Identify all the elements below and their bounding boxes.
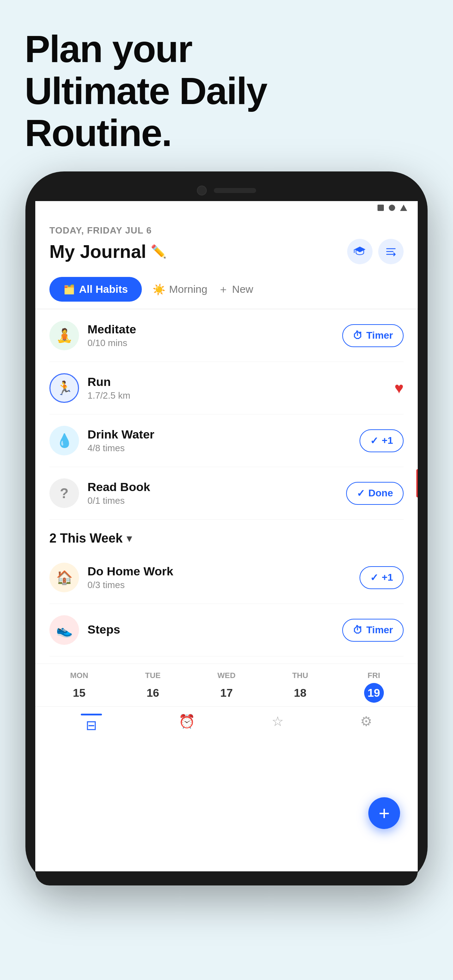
- all-habits-icon: 🗂️: [64, 284, 75, 295]
- bottom-nav: ⊟ ⏰ ☆ ⚙: [35, 706, 418, 744]
- checkmark-icon: ✓: [370, 435, 378, 447]
- nav-clock[interactable]: ⏰: [178, 714, 195, 733]
- water-info: Drink Water 4/8 times: [87, 428, 351, 453]
- hero-line-2: Ultimate Daily: [25, 70, 428, 112]
- nav-active-indicator: [81, 714, 102, 716]
- header-row: My Journal ✏️: [49, 239, 404, 264]
- settings-nav-icon: ⚙: [360, 714, 372, 729]
- edit-icon[interactable]: ✏️: [151, 244, 167, 259]
- phone-screen: TODAY, FRIDAY JUL 6 My Journal ✏️: [35, 201, 418, 871]
- book-icon: ?: [49, 478, 79, 508]
- sort-button[interactable]: [378, 239, 404, 264]
- new-plus-icon: ＋: [218, 282, 229, 297]
- habit-item-meditate: 🧘 Meditate 0/10 mins ⏱ Timer: [49, 309, 404, 362]
- habit-item-read-book: ? Read Book 0/1 times ✓ Done: [49, 467, 404, 520]
- timer-button[interactable]: ⏱ Timer: [342, 324, 404, 347]
- meditate-info: Meditate 0/10 mins: [87, 323, 334, 348]
- svg-rect-1: [363, 250, 364, 253]
- book-info: Read Book 0/1 times: [87, 480, 338, 506]
- status-circle-icon: [389, 205, 395, 211]
- homework-icon: 🏠: [49, 563, 79, 592]
- book-action: ✓ Done: [346, 482, 404, 505]
- date-label: TODAY, FRIDAY JUL 6: [49, 225, 404, 236]
- tabs-row: 🗂️ All Habits ☀️ Morning ＋ New: [35, 271, 418, 309]
- morning-sun-icon: ☀️: [153, 283, 165, 296]
- done-button[interactable]: ✓ Done: [346, 482, 404, 505]
- heart-icon[interactable]: ♥: [394, 379, 404, 396]
- nav-star[interactable]: ☆: [272, 714, 284, 733]
- graduation-button[interactable]: [347, 239, 373, 264]
- clock-nav-icon: ⏰: [178, 714, 195, 729]
- app-header: TODAY, FRIDAY JUL 6 My Journal ✏️: [35, 215, 418, 271]
- star-nav-icon: ☆: [272, 714, 284, 729]
- done-check-icon: ✓: [357, 488, 365, 499]
- cal-day-wed[interactable]: WED 17: [217, 671, 236, 703]
- calendar-bar: MON 15 TUE 16 WED 17 THU 18: [35, 663, 418, 706]
- nav-home[interactable]: ⊟: [81, 714, 102, 733]
- habit-item-drink-water: 💧 Drink Water 4/8 times ✓ +1: [49, 415, 404, 467]
- tab-all-habits[interactable]: 🗂️ All Habits: [49, 277, 142, 302]
- homework-plus-one-button[interactable]: ✓ +1: [359, 566, 404, 589]
- cal-day-fri[interactable]: FRI 19: [364, 671, 384, 703]
- hw-checkmark-icon: ✓: [370, 572, 378, 584]
- phone-top-bar: [35, 181, 418, 201]
- svg-point-0: [363, 249, 364, 250]
- habit-list-today: 🧘 Meditate 0/10 mins ⏱ Timer: [35, 309, 418, 520]
- steps-action: ⏱ Timer: [342, 619, 404, 642]
- cal-day-thu[interactable]: THU 18: [290, 671, 310, 703]
- cal-day-tue[interactable]: TUE 16: [143, 671, 163, 703]
- meditate-icon: 🧘: [49, 321, 79, 350]
- run-action: ♥: [394, 379, 404, 397]
- journal-title: My Journal ✏️: [49, 241, 167, 262]
- nav-settings[interactable]: ⚙: [360, 714, 372, 733]
- status-triangle-icon: [400, 205, 407, 211]
- phone-outer: TODAY, FRIDAY JUL 6 My Journal ✏️: [25, 172, 428, 885]
- phone-bottom-curve: [35, 871, 418, 885]
- habit-item-do-home-work: 🏠 Do Home Work 0/3 times ✓ +1: [49, 551, 404, 604]
- timer-clock-icon: ⏱: [353, 330, 363, 342]
- hero-line-1: Plan your: [25, 28, 428, 70]
- status-bar: [35, 201, 418, 215]
- tab-new[interactable]: ＋ New: [218, 282, 253, 297]
- hero-line-3: Routine.: [25, 112, 428, 154]
- steps-timer-icon: ⏱: [353, 624, 363, 636]
- page-wrapper: Plan your Ultimate Daily Routine.: [0, 0, 453, 980]
- steps-timer-button[interactable]: ⏱ Timer: [342, 619, 404, 642]
- home-nav-icon: ⊟: [86, 718, 97, 733]
- phone-speaker: [214, 188, 256, 193]
- side-indicator: [416, 469, 418, 497]
- tab-morning[interactable]: ☀️ Morning: [153, 283, 207, 296]
- water-plus-one-button[interactable]: ✓ +1: [359, 430, 404, 452]
- water-icon: 💧: [49, 426, 79, 455]
- habit-list-weekly: 🏠 Do Home Work 0/3 times ✓ +1: [35, 551, 418, 657]
- fab-add-button[interactable]: +: [368, 797, 400, 829]
- phone-container: TODAY, FRIDAY JUL 6 My Journal ✏️: [0, 172, 453, 900]
- meditate-action: ⏱ Timer: [342, 324, 404, 347]
- homework-info: Do Home Work 0/3 times: [87, 565, 351, 590]
- habit-item-run: 🏃 Run 1.7/2.5 km ♥: [49, 362, 404, 415]
- run-icon: 🏃: [49, 373, 79, 403]
- homework-action: ✓ +1: [359, 566, 404, 589]
- steps-icon: 👟: [49, 615, 79, 645]
- cal-day-mon[interactable]: MON 15: [69, 671, 89, 703]
- section-title-weekly[interactable]: 2 This Week ▾: [49, 531, 404, 546]
- phone-camera: [197, 186, 207, 196]
- steps-info: Steps: [87, 623, 334, 638]
- status-square-icon: [377, 205, 384, 211]
- section-header-weekly: 2 This Week ▾: [35, 520, 418, 551]
- chevron-down-icon: ▾: [127, 533, 132, 544]
- run-info: Run 1.7/2.5 km: [87, 375, 386, 401]
- fab-plus-icon: +: [378, 803, 390, 822]
- water-action: ✓ +1: [359, 430, 404, 452]
- hero-title: Plan your Ultimate Daily Routine.: [0, 0, 453, 154]
- habit-item-steps: 👟 Steps ⏱ Timer: [49, 604, 404, 657]
- header-icons: [347, 239, 404, 264]
